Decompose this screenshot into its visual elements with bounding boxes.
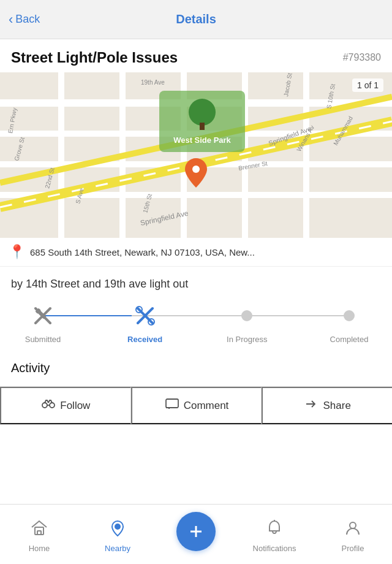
follow-label: Follow	[60, 400, 90, 412]
dot-completed	[344, 310, 355, 321]
nearby-pin-icon	[108, 519, 127, 541]
progress-track	[18, 303, 374, 329]
share-label: Share	[323, 400, 350, 412]
svg-text:West Side Park: West Side Park	[173, 135, 231, 145]
map-counter: 1 of 1	[352, 78, 383, 92]
svg-rect-15	[200, 123, 205, 130]
share-icon	[304, 397, 318, 414]
submitted-label: Submitted	[25, 335, 61, 344]
address-row: 📍 685 South 14th Street, Newark, NJ 0710…	[0, 238, 392, 267]
nav-home[interactable]: Home	[0, 514, 78, 555]
follow-button[interactable]: Follow	[0, 387, 131, 424]
svg-point-31	[192, 166, 200, 173]
page-title: Details	[176, 12, 216, 26]
received-label: Received	[127, 335, 162, 344]
activity-title: Activity	[11, 361, 381, 375]
home-nav-label: Home	[29, 544, 50, 553]
inprogress-label: In Progress	[227, 335, 267, 344]
description-text: by 14th Street and 19th ave light out	[0, 267, 392, 297]
step-submitted	[18, 303, 67, 329]
comment-icon	[165, 397, 179, 414]
chevron-left-icon: ‹	[9, 12, 13, 28]
map-container[interactable]: West Side Park Grove St 22nd St Springfi…	[0, 72, 392, 238]
nearby-nav-label: Nearby	[105, 544, 130, 553]
wrench-icon-submitted	[30, 303, 56, 329]
svg-point-41	[50, 403, 55, 408]
profile-nav-label: Profile	[342, 544, 364, 553]
step-label-completed: Completed	[325, 332, 374, 344]
home-icon	[30, 519, 48, 541]
profile-icon	[344, 519, 362, 541]
address-text: 685 South 14th Street, Newark, NJ 07103,…	[30, 247, 255, 257]
back-label: Back	[15, 13, 40, 26]
comment-button[interactable]: Comment	[131, 387, 262, 424]
share-button[interactable]: Share	[262, 387, 392, 424]
completed-label: Completed	[330, 335, 369, 344]
step-received	[121, 303, 170, 329]
title-row: Street Light/Pole Issues #793380	[0, 39, 392, 72]
issue-id: #793380	[343, 52, 381, 63]
back-button[interactable]: ‹ Back	[9, 12, 40, 28]
issue-title: Street Light/Pole Issues	[11, 49, 178, 66]
activity-section: Activity	[0, 352, 392, 386]
svg-point-45	[115, 524, 120, 529]
dot-in-progress	[241, 310, 252, 321]
comment-label: Comment	[184, 400, 229, 412]
step-completed	[325, 310, 374, 321]
svg-point-40	[42, 403, 47, 408]
step-label-inprogress: In Progress	[222, 332, 271, 344]
progress-section: Submitted Received In Progress Completed	[0, 297, 392, 352]
bell-icon	[265, 519, 284, 541]
nav-nearby[interactable]: Nearby	[78, 514, 157, 555]
svg-point-50	[350, 522, 356, 528]
step-in-progress	[222, 310, 271, 321]
header: ‹ Back Details	[0, 0, 392, 39]
svg-rect-42	[166, 399, 178, 408]
binoculars-icon	[41, 397, 56, 414]
notifications-nav-label: Notifications	[253, 544, 296, 553]
nav-profile[interactable]: Profile	[314, 514, 392, 555]
svg-text:19th Ave: 19th Ave	[141, 79, 165, 86]
step-label-received: Received	[121, 332, 170, 344]
bottom-nav: Home Nearby Notifications	[0, 504, 392, 564]
action-bar: Follow Comment Share	[0, 386, 392, 425]
svg-point-14	[189, 99, 216, 126]
location-pin-icon: 📍	[9, 244, 25, 260]
nav-notifications[interactable]: Notifications	[235, 514, 314, 555]
add-button[interactable]	[176, 512, 216, 551]
svg-rect-44	[37, 531, 41, 535]
wrench-icon-received	[132, 303, 158, 329]
nav-add[interactable]	[157, 507, 235, 562]
step-label-submitted: Submitted	[18, 332, 67, 344]
